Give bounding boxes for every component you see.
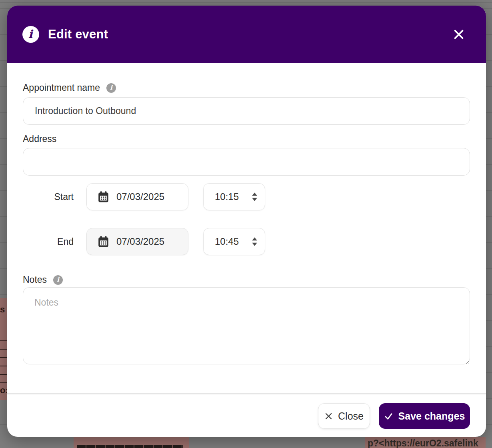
end-label: End <box>23 228 74 255</box>
dimmed-background-page: s f o: p?<https://eurO2.safelink i Edit … <box>0 0 492 448</box>
start-time-value: 10:15 <box>215 191 239 202</box>
end-date-button[interactable]: 07/03/2025 <box>86 228 188 255</box>
dimmed-text-fragment: o: <box>0 385 7 396</box>
start-date-button[interactable]: 07/03/2025 <box>86 183 188 210</box>
notes-label-row: Notes i <box>23 274 63 285</box>
notes-label: Notes <box>23 274 47 285</box>
dimmed-url-fragment: p?<https://eurO2.safelink <box>365 437 486 448</box>
start-date-value: 07/03/2025 <box>116 191 164 202</box>
notes-textarea[interactable] <box>23 287 470 364</box>
close-button[interactable]: Close <box>318 403 370 429</box>
close-icon[interactable] <box>451 26 467 42</box>
appointment-name-input[interactable] <box>23 97 470 125</box>
dimmed-table-header-bar <box>77 445 183 448</box>
calendar-icon <box>97 236 110 248</box>
info-icon[interactable]: i <box>106 83 116 93</box>
edit-event-dialog: i Edit event Appointment name i Address … <box>7 6 486 437</box>
end-date-value: 07/03/2025 <box>116 236 164 247</box>
dimmed-text-fragment: s f <box>0 304 7 315</box>
start-time-input[interactable]: 10:15 <box>203 183 265 210</box>
appointment-name-label: Appointment name <box>23 82 100 93</box>
footer-divider <box>7 393 486 394</box>
dialog-header: i Edit event <box>7 6 486 63</box>
dimmed-url-text: p?<https://eurO2.safelink <box>368 438 478 448</box>
up-down-stepper-icon[interactable] <box>251 236 258 247</box>
appointment-name-label-row: Appointment name i <box>23 82 116 93</box>
close-button-label: Close <box>338 410 364 422</box>
dialog-title: Edit event <box>48 27 108 42</box>
dimmed-left-content: s f o: <box>0 298 7 400</box>
up-down-stepper-icon[interactable] <box>251 192 258 202</box>
dimmed-table-lines <box>0 340 7 388</box>
calendar-icon <box>97 191 110 203</box>
info-icon: i <box>22 26 39 43</box>
end-time-input[interactable]: 10:45 <box>203 228 265 255</box>
info-icon[interactable]: i <box>53 275 63 285</box>
end-time-value: 10:45 <box>215 236 239 247</box>
address-label: Address <box>23 134 56 144</box>
x-icon <box>324 412 333 420</box>
dimmed-bottom-table <box>74 437 189 448</box>
save-changes-button[interactable]: Save changes <box>379 403 470 429</box>
address-input[interactable] <box>23 148 470 176</box>
check-icon <box>384 412 393 421</box>
save-changes-label: Save changes <box>398 410 465 422</box>
start-label: Start <box>23 183 74 210</box>
